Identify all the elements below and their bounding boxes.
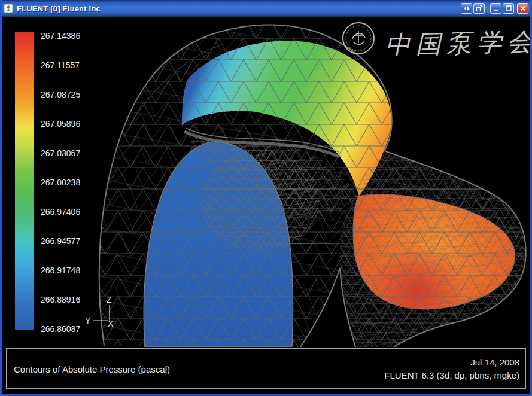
legend-value: 266.97406 (41, 206, 95, 217)
legend-value: 266.88916 (41, 294, 95, 305)
maximize-icon (505, 5, 512, 12)
legend-value: 266.86087 (41, 324, 95, 334)
close-icon (519, 5, 527, 12)
window-title: FLUENT [0] Fluent Inc (17, 4, 461, 13)
caption-title: Contours of Absolute Pressure (pascal) (14, 364, 170, 374)
society-seal-icon (343, 23, 374, 54)
legend-value: 267.14386 (41, 31, 95, 41)
fluent-window: FLUENT [0] Fluent Inc (0, 0, 532, 396)
legend-value: 267.11557 (41, 60, 95, 71)
legend-value: 267.00238 (41, 177, 95, 188)
minimize-icon (493, 5, 500, 12)
caption-meta: Jul 14, 2008 FLUENT 6.3 (3d, dp, pbns, r… (384, 356, 519, 382)
window-switch-button[interactable] (461, 3, 472, 14)
legend-value: 267.08725 (41, 89, 95, 100)
caption-solver: FLUENT 6.3 (3d, dp, pbns, rngke) (384, 369, 519, 382)
watermark-text: 中国泵学会 (385, 26, 532, 60)
watermark: 中国泵学会 (343, 23, 532, 60)
colorbar-gradient (15, 32, 34, 330)
legend-value: 267.03067 (41, 148, 95, 159)
legend-value: 266.91748 (41, 265, 95, 276)
detach-button[interactable] (473, 3, 485, 14)
maximize-button[interactable] (503, 3, 514, 14)
window-controls (461, 3, 528, 14)
close-button[interactable] (517, 3, 528, 14)
titlebar[interactable]: FLUENT [0] Fluent Inc (0, 0, 532, 17)
caption-date: Jul 14, 2008 (384, 356, 519, 369)
legend-value: 267.05896 (41, 118, 95, 129)
axis-x-label: X (108, 319, 114, 328)
detach-window-icon (476, 5, 483, 12)
fluent-app-icon (4, 4, 13, 13)
minimize-button[interactable] (490, 3, 501, 14)
left-right-arrows-icon (463, 5, 470, 12)
legend-value: 266.94577 (41, 236, 95, 246)
caption-bar: Contours of Absolute Pressure (pascal) J… (6, 348, 526, 389)
axis-z-label: Z (107, 295, 112, 304)
